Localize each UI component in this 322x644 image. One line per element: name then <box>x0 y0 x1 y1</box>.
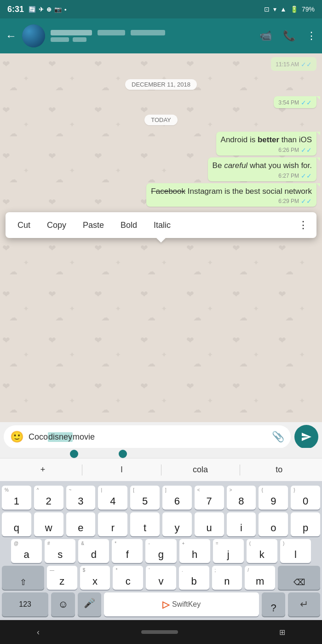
input-box[interactable]: 🙂 Coco disney movie 📎 <box>4 425 291 448</box>
emoji-button[interactable]: 🙂 <box>10 430 24 443</box>
selection-handle-right[interactable] <box>119 450 127 458</box>
context-menu: Cut Copy Paste Bold Italic ⋮ <box>6 212 316 238</box>
icon-signal-bars: ▲ <box>280 6 287 13</box>
key-q[interactable]: q <box>2 512 31 536</box>
key-b[interactable]: .b <box>179 566 209 590</box>
send-button[interactable] <box>294 425 318 449</box>
msg-android-before: Android is <box>221 135 258 144</box>
date-divider-today: TODAY <box>144 115 178 125</box>
key-n[interactable]: ;n <box>212 566 242 590</box>
status-right: ⊡ ▾ ▲ 🔋 79% <box>264 6 315 13</box>
key-e[interactable]: e <box>66 512 96 536</box>
key-k[interactable]: (k <box>247 539 277 563</box>
key-f[interactable]: *f <box>112 539 143 563</box>
message-facebook[interactable]: Facebook Instagram is the best social ne… <box>146 183 316 207</box>
key-enter[interactable]: ↵ <box>288 592 320 616</box>
key-shift[interactable]: ⇧ <box>2 566 44 590</box>
partial-message: 11:15 AM ✓✓ <box>271 57 316 71</box>
nav-back-button[interactable]: ‹ <box>37 627 40 637</box>
key-l[interactable]: )l <box>280 539 311 563</box>
key-m[interactable]: /m <box>245 566 275 590</box>
suggestion-l[interactable]: l <box>82 458 161 481</box>
key-comma[interactable]: 🎤 <box>78 592 101 616</box>
chat-area: 11:15 AM ✓✓ DECEMBER 11, 2018 3:54 PM ✓✓… <box>0 53 322 422</box>
selection-handle-left[interactable] <box>70 450 78 458</box>
key-o[interactable]: o <box>259 512 288 536</box>
context-menu-arrow <box>156 238 166 243</box>
key-6[interactable]: ]6 <box>162 486 192 510</box>
swiftkey-text: SwiftKey <box>172 600 201 609</box>
msg-android-meta: 6:26 PM ✓✓ <box>221 146 312 154</box>
key-v[interactable]: 'v <box>146 566 176 590</box>
key-s[interactable]: #s <box>45 539 75 563</box>
input-text-before: Coco <box>29 432 48 442</box>
key-7[interactable]: <7 <box>195 486 224 510</box>
suggestion-to[interactable]: to <box>240 458 318 481</box>
message-android[interactable]: Android is better than iOS 6:26 PM ✓✓ <box>216 132 316 156</box>
context-more[interactable]: ⋮ <box>293 212 313 238</box>
back-button[interactable]: ← <box>6 29 17 42</box>
key-x[interactable]: $x <box>80 566 110 590</box>
status-bar: 6:31 🔄 ✈ ⊕ 📷 • ⊡ ▾ ▲ 🔋 79% <box>0 0 322 18</box>
key-question[interactable]: ? <box>262 592 285 616</box>
key-0[interactable]: }0 <box>291 486 320 510</box>
suggestion-plus[interactable]: + <box>4 458 82 481</box>
avatar[interactable] <box>22 24 45 47</box>
key-j[interactable]: =j <box>213 539 244 563</box>
key-z[interactable]: —z <box>47 566 77 590</box>
key-i[interactable]: i <box>227 512 256 536</box>
key-y[interactable]: y <box>162 512 192 536</box>
message-careful-text: Be careful what you wish for. <box>213 160 312 171</box>
header-name-block-1 <box>51 30 92 35</box>
date-divider-dec11: DECEMBER 11, 2018 <box>125 79 197 90</box>
key-h[interactable]: +h <box>179 539 210 563</box>
suggestion-cola[interactable]: cola <box>161 458 240 481</box>
menu-button[interactable]: ⋮ <box>306 30 316 42</box>
key-w[interactable]: w <box>34 512 63 536</box>
key-r[interactable]: r <box>98 512 127 536</box>
attach-button[interactable]: 📎 <box>272 431 284 443</box>
key-t[interactable]: t <box>130 512 160 536</box>
input-row: 🙂 Coco disney movie 📎 <box>0 422 322 452</box>
nav-home-pill[interactable] <box>141 630 178 634</box>
context-italic[interactable]: Italic <box>145 212 179 238</box>
context-paste[interactable]: Paste <box>75 212 112 238</box>
key-p[interactable]: p <box>291 512 320 536</box>
key-backspace[interactable]: ⌫ <box>278 566 320 590</box>
key-space[interactable]: ▷ SwiftKey <box>104 592 259 616</box>
key-c[interactable]: *c <box>113 566 143 590</box>
key-8[interactable]: >8 <box>227 486 256 510</box>
key-4[interactable]: |4 <box>98 486 127 510</box>
key-1[interactable]: %1 <box>2 486 31 510</box>
message-dec11[interactable]: 3:54 PM ✓✓ <box>274 96 316 108</box>
key-emoji[interactable]: ☺ <box>51 592 75 616</box>
msg-dec11-meta: 3:54 PM ✓✓ <box>278 99 312 106</box>
key-d[interactable]: &d <box>78 539 109 563</box>
video-call-button[interactable]: 📹 <box>259 30 272 42</box>
key-u[interactable]: u <box>195 512 224 536</box>
key-a[interactable]: @a <box>11 539 42 563</box>
context-copy[interactable]: Copy <box>39 212 75 238</box>
key-123[interactable]: 123 <box>2 592 48 616</box>
message-careful[interactable]: Be careful what you wish for. 6:27 PM ✓✓ <box>208 157 316 181</box>
nav-apps-button[interactable]: ⊞ <box>279 628 285 637</box>
key-3[interactable]: ~3 <box>66 486 96 510</box>
keyboard-bottom-row: 123 ☺ 🎤 ▷ SwiftKey ? ↵ <box>0 592 322 620</box>
call-button[interactable]: 📞 <box>283 30 295 42</box>
key-9[interactable]: {9 <box>259 486 288 510</box>
header-info <box>51 30 254 42</box>
app-header: ← 📹 📞 ⋮ <box>0 18 322 53</box>
icon-dot: • <box>64 6 67 13</box>
header-status-block-1 <box>51 37 69 42</box>
message-container: 11:15 AM ✓✓ DECEMBER 11, 2018 3:54 PM ✓✓… <box>6 57 316 207</box>
icon-battery: 🔋 <box>290 6 298 13</box>
context-bold[interactable]: Bold <box>112 212 145 238</box>
header-actions: 📹 📞 ⋮ <box>259 30 316 42</box>
msg-careful-time: 6:27 PM <box>278 173 299 179</box>
key-2[interactable]: ^2 <box>34 486 63 510</box>
header-name-block-3 <box>131 30 165 35</box>
input-text[interactable]: Coco disney movie <box>29 432 269 442</box>
key-g[interactable]: -g <box>145 539 176 563</box>
context-cut[interactable]: Cut <box>9 212 39 238</box>
key-5[interactable]: [5 <box>130 486 160 510</box>
